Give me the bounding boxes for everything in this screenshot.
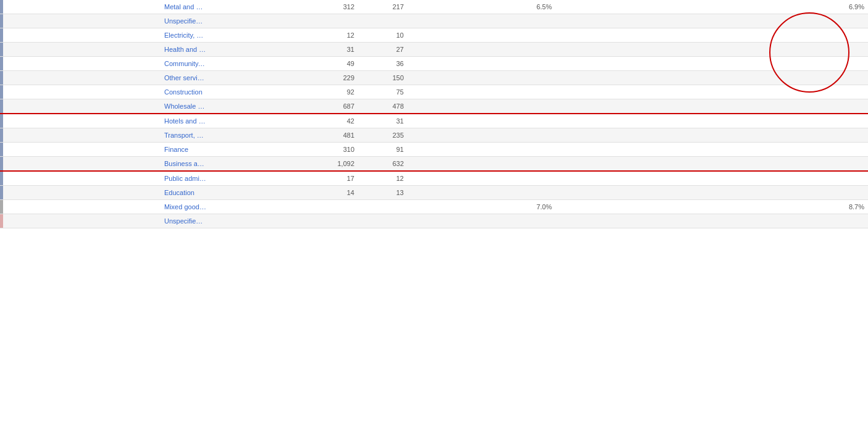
col-4-value: 310 bbox=[309, 143, 358, 157]
table-row: Unspecified secondary bbox=[0, 14, 868, 28]
col-8-pct bbox=[506, 143, 556, 157]
row-label: Transport, storage and communications bbox=[161, 128, 210, 143]
col-8-pct bbox=[506, 14, 556, 28]
col-4-value: 14 bbox=[309, 186, 358, 200]
col-3-value bbox=[259, 171, 309, 186]
col-5-value bbox=[358, 200, 407, 214]
col-4-value: 229 bbox=[309, 71, 358, 85]
col-6-value bbox=[407, 157, 457, 172]
col-4-value: 17 bbox=[309, 171, 358, 186]
table-row: Public administration and defence1712 bbox=[0, 171, 868, 186]
col-9-pct bbox=[556, 186, 868, 200]
col-8-pct bbox=[506, 128, 556, 143]
col-8-pct bbox=[506, 157, 556, 172]
row-color-bar bbox=[0, 85, 161, 99]
col-6-value bbox=[407, 28, 457, 43]
col-9-pct bbox=[556, 85, 868, 99]
col-5-value: 150 bbox=[358, 71, 407, 85]
col-7-value bbox=[457, 57, 506, 71]
col-9-pct: 6.9% bbox=[556, 0, 868, 14]
row-color-bar bbox=[0, 28, 161, 43]
col-2-value bbox=[210, 43, 259, 57]
col-5-value: 632 bbox=[358, 157, 407, 172]
col-3-value bbox=[259, 14, 309, 28]
col-5-value: 36 bbox=[358, 57, 407, 71]
data-table: Metal and metal products3122176.5%6.9%Un… bbox=[0, 0, 868, 228]
col-7-value bbox=[457, 171, 506, 186]
col-5-value: 27 bbox=[358, 43, 407, 57]
col-9-pct bbox=[556, 14, 868, 28]
row-label: Public administration and defence bbox=[161, 171, 210, 186]
row-color-bar bbox=[0, 57, 161, 71]
col-8-pct bbox=[506, 43, 556, 57]
col-6-value bbox=[407, 85, 457, 99]
col-7-value bbox=[457, 114, 506, 128]
col-8-pct bbox=[506, 28, 556, 43]
col-5-value: 12 bbox=[358, 171, 407, 186]
col-7-value bbox=[457, 200, 506, 214]
row-label: Electricity, gas and water bbox=[161, 28, 210, 43]
col-2-value bbox=[210, 157, 259, 172]
col-7-value bbox=[457, 128, 506, 143]
col-5-value: 75 bbox=[358, 85, 407, 99]
col-9-pct bbox=[556, 71, 868, 85]
col-8-pct bbox=[506, 171, 556, 186]
col-7-value bbox=[457, 28, 506, 43]
col-2-value bbox=[210, 57, 259, 71]
col-9-pct bbox=[556, 43, 868, 57]
col-4-value: 49 bbox=[309, 57, 358, 71]
col-6-value bbox=[407, 71, 457, 85]
main-table-container: Metal and metal products3122176.5%6.9%Un… bbox=[0, 0, 868, 228]
col-4-value bbox=[309, 214, 358, 228]
col-8-pct bbox=[506, 186, 556, 200]
row-label: Unspecified tertiary bbox=[161, 214, 210, 228]
col-8-pct bbox=[506, 99, 556, 114]
col-8-pct bbox=[506, 114, 556, 128]
col-3-value bbox=[259, 157, 309, 172]
col-3-value bbox=[259, 200, 309, 214]
col-4-value: 92 bbox=[309, 85, 358, 99]
col-7-value bbox=[457, 157, 506, 172]
table-row: Unspecified tertiary bbox=[0, 214, 868, 228]
col-6-value bbox=[407, 214, 457, 228]
col-9-pct bbox=[556, 28, 868, 43]
row-color-bar bbox=[0, 214, 161, 228]
col-7-value bbox=[457, 186, 506, 200]
col-9-pct bbox=[556, 157, 868, 172]
col-2-value bbox=[210, 85, 259, 99]
row-label: Hotels and restaurants bbox=[161, 114, 210, 128]
col-6-value bbox=[407, 99, 457, 114]
row-label: Unspecified secondary bbox=[161, 14, 210, 28]
col-2-value bbox=[210, 143, 259, 157]
table-row: Wholesale and retail trade687478 bbox=[0, 99, 868, 114]
col-8-pct bbox=[506, 85, 556, 99]
row-label: Construction bbox=[161, 85, 210, 99]
row-label: Business activities bbox=[161, 157, 210, 172]
col-9-pct bbox=[556, 128, 868, 143]
table-row: Construction9275 bbox=[0, 85, 868, 99]
col-3-value bbox=[259, 99, 309, 114]
col-4-value: 1,092 bbox=[309, 157, 358, 172]
col-7-value bbox=[457, 43, 506, 57]
table-row: Health and social services3127 bbox=[0, 43, 868, 57]
col-6-value bbox=[407, 200, 457, 214]
col-9-pct bbox=[556, 143, 868, 157]
row-color-bar bbox=[0, 71, 161, 85]
col-5-value: 13 bbox=[358, 186, 407, 200]
col-6-value bbox=[407, 143, 457, 157]
row-color-bar bbox=[0, 14, 161, 28]
col-6-value bbox=[407, 186, 457, 200]
col-3-value bbox=[259, 143, 309, 157]
col-6-value bbox=[407, 14, 457, 28]
col-6-value bbox=[407, 171, 457, 186]
col-4-value bbox=[309, 14, 358, 28]
table-row: Metal and metal products3122176.5%6.9% bbox=[0, 0, 868, 14]
col-5-value: 478 bbox=[358, 99, 407, 114]
col-7-value bbox=[457, 214, 506, 228]
row-color-bar bbox=[0, 0, 161, 14]
col-2-value bbox=[210, 186, 259, 200]
table-row: Business activities1,092632 bbox=[0, 157, 868, 172]
col-2-value bbox=[210, 99, 259, 114]
row-label: Education bbox=[161, 186, 210, 200]
col-3-value bbox=[259, 43, 309, 57]
